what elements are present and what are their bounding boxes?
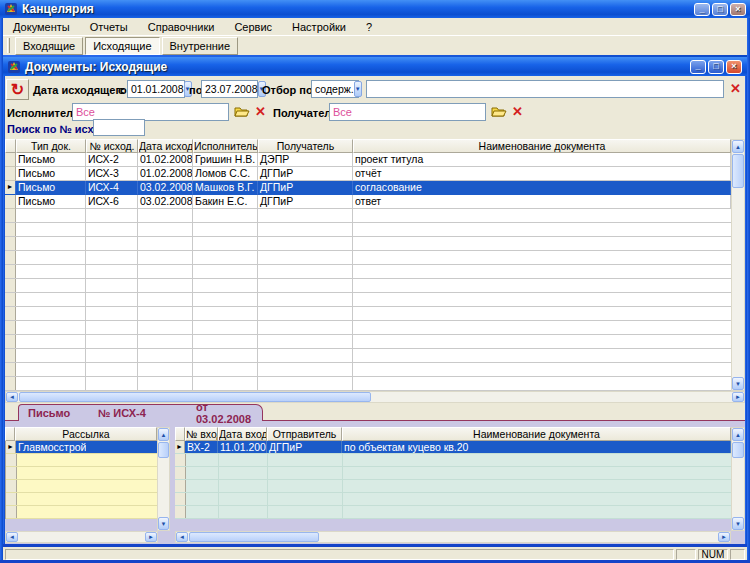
incoming-header-sender[interactable]: Отправитель [267, 427, 342, 441]
cell-receiver: ДГПиР [258, 195, 353, 209]
scroll-right-icon[interactable]: ► [732, 392, 744, 402]
grid-vertical-scrollbar[interactable]: ▲ ▼ [731, 139, 745, 391]
filter-by-combobox[interactable]: содерж. ▼ [311, 80, 359, 98]
filter-by-value: содерж. [315, 83, 354, 95]
tab-incoming[interactable]: Входящие [15, 37, 83, 55]
grid-body: Письмо ИСХ-2 01.02.2008 Гришин Н.В. ДЭПР… [5, 153, 731, 391]
menu-documents[interactable]: Документы [3, 19, 80, 35]
cell-receiver: ДГПиР [258, 181, 353, 195]
menu-settings[interactable]: Настройки [282, 19, 356, 35]
close-button[interactable]: × [730, 3, 746, 16]
empty-row [5, 307, 731, 321]
status-bar: NUM [3, 547, 747, 560]
detail-tab[interactable]: Письмо № ИСХ-4 от 03.02.2008 [18, 404, 263, 421]
tab-outgoing[interactable]: Исходящие [85, 37, 159, 55]
executor-clear-icon[interactable]: ✕ [255, 105, 266, 118]
scroll-down-icon[interactable]: ▼ [732, 377, 744, 390]
table-row-selected[interactable]: ► ВХ-2 11.01.2008 ДГПиР по объектам куце… [175, 441, 731, 454]
grid-header-executor[interactable]: Исполнитель [193, 139, 258, 153]
toolbar: Входящие Исходящие Внутренние [3, 35, 747, 55]
mailing-list: ► Главмосстрой [5, 441, 157, 519]
menu-help[interactable]: ? [356, 19, 382, 35]
tab-internal[interactable]: Внутренние [162, 37, 239, 55]
grid-header-docname[interactable]: Наименование документа [353, 139, 731, 153]
cell-date: 03.02.2008 [138, 181, 193, 195]
mailing-vertical-scrollbar[interactable]: ▲ ▼ [157, 427, 170, 531]
incoming-header-number[interactable]: № вход. [185, 427, 218, 441]
filter-text-input[interactable] [366, 80, 724, 98]
scroll-left-icon[interactable]: ◄ [6, 532, 18, 542]
doc-maximize-button[interactable]: □ [708, 60, 724, 74]
mailing-horizontal-scrollbar[interactable]: ◄ ► [5, 531, 158, 543]
menu-service[interactable]: Сервис [224, 19, 282, 35]
row-marker-icon: ► [175, 441, 185, 453]
clear-filter-icon[interactable]: ✕ [730, 82, 741, 95]
table-row[interactable]: Письмо ИСХ-3 01.02.2008 Ломов С.С. ДГПиР… [5, 167, 731, 181]
mailing-header: Рассылка [5, 427, 157, 441]
maximize-button[interactable]: □ [712, 3, 728, 16]
receiver-folder-open-icon[interactable] [491, 105, 507, 118]
executor-folder-open-icon[interactable] [234, 105, 250, 118]
row-indicator [5, 167, 16, 181]
scroll-right-icon[interactable]: ► [145, 532, 157, 542]
empty-row [5, 209, 731, 223]
scroll-right-icon[interactable]: ► [718, 532, 730, 542]
scrollbar-thumb[interactable] [19, 392, 371, 402]
list-item-selected[interactable]: ► Главмосстрой [6, 441, 157, 454]
table-row[interactable]: Письмо ИСХ-6 03.02.2008 Бакин Е.С. ДГПиР… [5, 195, 731, 209]
refresh-icon: ↻ [11, 80, 24, 99]
grid-header-receiver[interactable]: Получатель [258, 139, 353, 153]
incoming-vertical-scrollbar[interactable]: ▲ ▼ [731, 427, 745, 531]
scroll-up-icon[interactable]: ▲ [732, 428, 744, 441]
empty-row [175, 467, 731, 480]
grid-horizontal-scrollbar[interactable]: ◄ ► [5, 391, 745, 403]
empty-row [5, 321, 731, 335]
date-from-combobox[interactable]: 01.01.2008 ▼ [127, 80, 185, 98]
scroll-up-icon[interactable]: ▲ [158, 428, 169, 441]
cell-executor: Гришин Н.В. [193, 153, 258, 167]
grid-header-doctype[interactable]: Тип док. [16, 139, 86, 153]
doc-minimize-button[interactable]: _ [690, 60, 706, 74]
menubar: Документы Отчеты Справочники Сервис Наст… [3, 18, 747, 35]
receiver-clear-icon[interactable]: ✕ [512, 105, 523, 118]
table-row[interactable]: Письмо ИСХ-2 01.02.2008 Гришин Н.В. ДЭПР… [5, 153, 731, 167]
scrollbar-thumb[interactable] [732, 442, 744, 458]
main-titlebar: Канцелярия _ □ × [0, 0, 750, 18]
chevron-down-icon[interactable]: ▼ [354, 81, 362, 97]
scroll-down-icon[interactable]: ▼ [158, 517, 169, 530]
scrollbar-thumb[interactable] [158, 442, 169, 458]
scrollbar-thumb[interactable] [732, 154, 744, 188]
date-from-label: с [118, 84, 124, 96]
refresh-button[interactable]: ↻ [6, 79, 29, 100]
incoming-header-docname[interactable]: Наименование документа [342, 427, 731, 441]
doc-window-title: Документы: Исходящие [25, 60, 167, 74]
empty-row [6, 506, 157, 519]
grid-header-date[interactable]: Дата исход. [138, 139, 193, 153]
table-row-selected[interactable]: ► Письмо ИСХ-4 03.02.2008 Машков В.Г. ДГ… [5, 181, 731, 195]
cell-sender: ДГПиР [267, 441, 342, 453]
scroll-left-icon[interactable]: ◄ [176, 532, 188, 542]
cell-doctype: Письмо [16, 153, 86, 167]
menu-references[interactable]: Справочники [138, 19, 225, 35]
search-input[interactable] [93, 119, 145, 136]
empty-row [5, 363, 731, 377]
incoming-header-date[interactable]: Дата вход. [218, 427, 267, 441]
scroll-left-icon[interactable]: ◄ [6, 392, 18, 402]
doc-window-titlebar: Документы: Исходящие _ □ × [3, 57, 747, 76]
scroll-down-icon[interactable]: ▼ [732, 517, 744, 530]
scroll-up-icon[interactable]: ▲ [732, 140, 744, 153]
mailing-header-title[interactable]: Рассылка [15, 427, 157, 441]
date-filter-label: Дата исходящего [33, 84, 127, 96]
grid-header: Тип док. № исход. Дата исход. Исполнител… [5, 139, 731, 153]
doc-window-icon [7, 60, 21, 74]
date-to-combobox[interactable]: 23.07.2008 ▼ [201, 80, 258, 98]
grid-header-number[interactable]: № исход. [86, 139, 138, 153]
incoming-horizontal-scrollbar[interactable]: ◄ ► [175, 531, 731, 543]
scrollbar-thumb[interactable] [189, 532, 319, 542]
doc-close-button[interactable]: × [726, 60, 742, 74]
empty-row [175, 454, 731, 467]
minimize-button[interactable]: _ [694, 3, 710, 16]
receiver-input[interactable] [329, 103, 486, 121]
cell-number: ИСХ-4 [86, 181, 138, 195]
menu-reports[interactable]: Отчеты [80, 19, 138, 35]
